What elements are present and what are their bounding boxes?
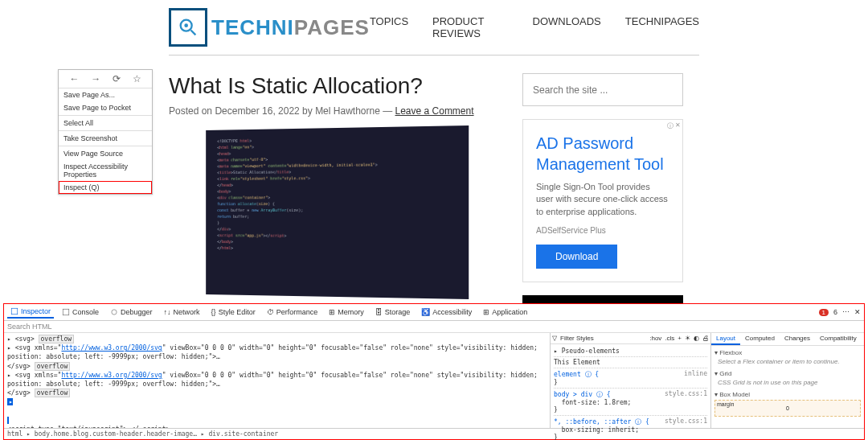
tab-storage[interactable]: 🗄 Storage: [372, 306, 414, 318]
article-title: What Is Static Allocation?: [169, 73, 498, 99]
print-icon[interactable]: 🖨: [702, 335, 709, 342]
article-meta: Posted on December 16, 2022 by Mel Hawth…: [169, 105, 498, 117]
article-hero-image: <!DOCTYPE html> <html lang="en"> <head> …: [206, 125, 469, 299]
layout-pane: Layout Computed Changes Compatibility ▾ …: [711, 333, 864, 356]
ctx-select-all[interactable]: Select All: [59, 117, 152, 130]
compat-tab[interactable]: Compatibility: [815, 333, 862, 345]
logo[interactable]: TECHNIPAGES: [169, 8, 370, 47]
devtools-close-icon[interactable]: ✕: [854, 308, 861, 316]
tab-application[interactable]: ⊞ Application: [480, 306, 530, 318]
html-tree[interactable]: ▸ <svg> overflow▸ <svg xmlns="http://www…: [4, 333, 551, 356]
svg-rect-3: [11, 308, 18, 315]
nav-technipages[interactable]: TECHNIPAGES: [625, 15, 699, 39]
filter-styles-input[interactable]: Filter Styles: [560, 335, 594, 342]
reload-icon[interactable]: ⟳: [113, 73, 121, 84]
ad-title[interactable]: AD Password Management Tool: [536, 133, 669, 175]
error-count-badge[interactable]: 1: [819, 309, 829, 316]
svg-point-2: [184, 23, 188, 27]
ad-download-button[interactable]: Download: [536, 245, 617, 269]
nav-downloads[interactable]: DOWNLOADS: [533, 15, 601, 39]
ad-badge[interactable]: ⓘ✕: [667, 121, 681, 130]
devtools-panel: Inspector Console Debugger ↑↓ Network {}…: [3, 303, 865, 356]
tab-performance[interactable]: ⏱ Performance: [264, 306, 321, 318]
styles-pane: ▽ Filter Styles :hov .cls + ☀ ◐ 🖨 ▸ Pseu…: [551, 333, 711, 356]
ctx-inspect-a11y[interactable]: Inspect Accessibility Properties: [59, 160, 152, 181]
html-search-input[interactable]: Search HTML: [4, 321, 864, 333]
light-icon[interactable]: ☀: [685, 335, 690, 342]
leave-comment-link[interactable]: Leave a Comment: [395, 105, 474, 117]
contrast-icon[interactable]: ◐: [694, 335, 699, 342]
svg-line-1: [191, 31, 196, 35]
search-box: [522, 73, 683, 106]
bookmark-icon[interactable]: ☆: [133, 73, 141, 84]
tab-style-editor[interactable]: {} Style Editor: [208, 306, 259, 318]
tab-debugger[interactable]: Debugger: [107, 306, 156, 318]
ad-description: Single Sign-On Tool provides user with s…: [536, 181, 669, 218]
hov-toggle[interactable]: :hov: [649, 335, 661, 342]
close-ad-icon[interactable]: ✕: [675, 121, 681, 130]
back-icon[interactable]: ←: [69, 73, 79, 84]
computed-tab[interactable]: Computed: [740, 333, 780, 345]
devtools-tabs: Inspector Console Debugger ↑↓ Network {}…: [4, 304, 864, 321]
search-input[interactable]: [533, 84, 673, 96]
ad-box: ⓘ✕ AD Password Management Tool Single Si…: [522, 119, 683, 282]
page-header: TECHNIPAGES TOPICS PRODUCT REVIEWS DOWNL…: [169, 0, 699, 56]
logo-text: TECHNIPAGES: [211, 15, 370, 40]
ctx-save-as[interactable]: Save Page As...: [59, 88, 152, 101]
add-rule-icon[interactable]: +: [678, 335, 682, 342]
tab-network[interactable]: ↑↓ Network: [161, 306, 203, 318]
logo-icon: [169, 8, 207, 47]
ctx-view-source[interactable]: View Page Source: [59, 147, 152, 160]
cls-toggle[interactable]: .cls: [665, 335, 674, 342]
main-nav: TOPICS PRODUCT REVIEWS DOWNLOADS TECHNIP…: [370, 15, 699, 39]
nav-reviews[interactable]: PRODUCT REVIEWS: [432, 15, 508, 39]
flexbox-section[interactable]: ▾ Flexbox: [714, 349, 861, 356]
nav-topics[interactable]: TOPICS: [370, 15, 408, 39]
adchoices-icon[interactable]: ⓘ: [667, 121, 674, 130]
tab-inspector[interactable]: Inspector: [7, 306, 54, 319]
tab-console[interactable]: Console: [59, 306, 102, 318]
forward-icon[interactable]: →: [91, 73, 100, 84]
changes-tab[interactable]: Changes: [780, 333, 815, 345]
ctx-inspect[interactable]: Inspect (Q): [59, 181, 152, 194]
tab-memory[interactable]: ⊞ Memory: [326, 306, 367, 318]
filter-styles-icon[interactable]: ▽: [552, 335, 557, 342]
context-menu: ← → ⟳ ☆ Save Page As... Save Page to Poc…: [58, 69, 153, 195]
ad-source: ADSelfService Plus: [536, 226, 669, 235]
svg-point-5: [112, 310, 117, 315]
ctx-screenshot[interactable]: Take Screenshot: [59, 132, 152, 145]
svg-rect-4: [63, 309, 69, 315]
devtools-settings-icon[interactable]: ⋯: [842, 308, 850, 316]
context-nav-row: ← → ⟳ ☆: [59, 70, 152, 88]
ctx-save-pocket[interactable]: Save Page to Pocket: [59, 101, 152, 114]
layout-tab[interactable]: Layout: [711, 333, 740, 345]
pseudo-section[interactable]: ▸ Pseudo-elements: [554, 346, 707, 356]
tab-accessibility[interactable]: ♿ Accessibility: [418, 306, 475, 318]
warning-count[interactable]: 6: [833, 308, 837, 316]
